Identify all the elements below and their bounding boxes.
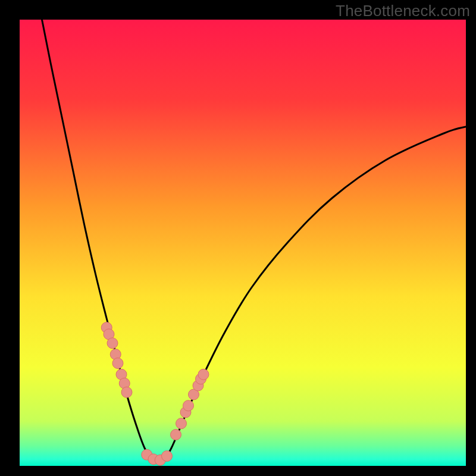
plot-background [20, 20, 466, 466]
data-point [162, 451, 173, 462]
chart-frame: TheBottleneck.com [0, 0, 476, 476]
data-point [198, 369, 209, 380]
watermark-text: TheBottleneck.com [336, 2, 470, 20]
data-point [176, 418, 187, 429]
data-point [171, 430, 181, 440]
data-point [183, 400, 194, 411]
data-point [107, 338, 118, 349]
chart-plot [20, 20, 466, 466]
data-point [121, 387, 132, 397]
data-point [112, 358, 123, 369]
